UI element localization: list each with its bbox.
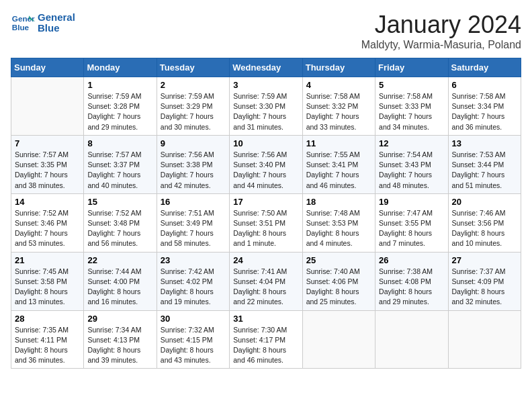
- calendar-cell: [375, 310, 448, 369]
- calendar-cell: 30Sunrise: 7:32 AM Sunset: 4:15 PM Dayli…: [157, 310, 229, 369]
- calendar-cell: 7Sunrise: 7:57 AM Sunset: 3:35 PM Daylig…: [11, 135, 84, 193]
- day-info: Sunrise: 7:52 AM Sunset: 3:48 PM Dayligh…: [87, 208, 152, 249]
- day-number: 30: [161, 314, 226, 324]
- calendar-week-4: 21Sunrise: 7:45 AM Sunset: 3:58 PM Dayli…: [11, 252, 521, 310]
- day-info: Sunrise: 7:59 AM Sunset: 3:30 PM Dayligh…: [233, 91, 298, 132]
- day-info: Sunrise: 7:32 AM Sunset: 4:15 PM Dayligh…: [161, 325, 226, 366]
- day-number: 13: [452, 138, 517, 148]
- calendar-cell: 9Sunrise: 7:56 AM Sunset: 3:38 PM Daylig…: [157, 135, 229, 193]
- calendar-cell: 16Sunrise: 7:51 AM Sunset: 3:49 PM Dayli…: [157, 193, 229, 252]
- day-info: Sunrise: 7:35 AM Sunset: 4:11 PM Dayligh…: [15, 325, 80, 366]
- weekday-header-sunday: Sunday: [11, 58, 84, 77]
- calendar-cell: 1Sunrise: 7:59 AM Sunset: 3:28 PM Daylig…: [84, 77, 157, 136]
- day-info: Sunrise: 7:58 AM Sunset: 3:33 PM Dayligh…: [379, 91, 444, 132]
- calendar-week-1: 1Sunrise: 7:59 AM Sunset: 3:28 PM Daylig…: [11, 77, 521, 136]
- day-info: Sunrise: 7:58 AM Sunset: 3:32 PM Dayligh…: [306, 91, 371, 132]
- calendar-week-3: 14Sunrise: 7:52 AM Sunset: 3:46 PM Dayli…: [11, 193, 521, 252]
- day-info: Sunrise: 7:46 AM Sunset: 3:56 PM Dayligh…: [452, 208, 517, 249]
- calendar-cell: [302, 310, 375, 369]
- calendar-cell: 10Sunrise: 7:56 AM Sunset: 3:40 PM Dayli…: [230, 135, 302, 193]
- day-number: 2: [161, 80, 226, 90]
- page-header: General Blue General Blue January 2024 M…: [11, 11, 521, 51]
- day-info: Sunrise: 7:54 AM Sunset: 3:43 PM Dayligh…: [379, 150, 444, 191]
- calendar-cell: 28Sunrise: 7:35 AM Sunset: 4:11 PM Dayli…: [11, 310, 84, 369]
- calendar-cell: 25Sunrise: 7:40 AM Sunset: 4:06 PM Dayli…: [302, 252, 375, 310]
- calendar-cell: 17Sunrise: 7:50 AM Sunset: 3:51 PM Dayli…: [230, 193, 302, 252]
- day-info: Sunrise: 7:57 AM Sunset: 3:37 PM Dayligh…: [87, 150, 152, 191]
- calendar-cell: 14Sunrise: 7:52 AM Sunset: 3:46 PM Dayli…: [11, 193, 84, 252]
- calendar-cell: 31Sunrise: 7:30 AM Sunset: 4:17 PM Dayli…: [230, 310, 302, 369]
- location-subtitle: Maldyty, Warmia-Masuria, Poland: [361, 39, 521, 51]
- calendar-cell: 26Sunrise: 7:38 AM Sunset: 4:08 PM Dayli…: [375, 252, 448, 310]
- day-info: Sunrise: 7:58 AM Sunset: 3:34 PM Dayligh…: [452, 91, 517, 132]
- day-number: 22: [87, 255, 152, 265]
- weekday-header-saturday: Saturday: [448, 58, 521, 77]
- logo-icon: General Blue: [11, 11, 35, 35]
- calendar-cell: 29Sunrise: 7:34 AM Sunset: 4:13 PM Dayli…: [84, 310, 157, 369]
- day-number: 28: [15, 314, 80, 324]
- svg-text:Blue: Blue: [12, 23, 30, 32]
- day-number: 15: [87, 197, 152, 207]
- day-number: 18: [306, 197, 371, 207]
- calendar-week-5: 28Sunrise: 7:35 AM Sunset: 4:11 PM Dayli…: [11, 310, 521, 369]
- day-info: Sunrise: 7:48 AM Sunset: 3:53 PM Dayligh…: [306, 208, 371, 249]
- calendar-cell: 23Sunrise: 7:42 AM Sunset: 4:02 PM Dayli…: [157, 252, 229, 310]
- calendar-cell: 2Sunrise: 7:59 AM Sunset: 3:29 PM Daylig…: [157, 77, 229, 136]
- day-info: Sunrise: 7:41 AM Sunset: 4:04 PM Dayligh…: [233, 267, 298, 308]
- calendar-cell: 4Sunrise: 7:58 AM Sunset: 3:32 PM Daylig…: [302, 77, 375, 136]
- day-number: 10: [233, 138, 298, 148]
- day-number: 6: [452, 80, 517, 90]
- day-info: Sunrise: 7:55 AM Sunset: 3:41 PM Dayligh…: [306, 150, 371, 191]
- month-title: January 2024: [361, 11, 521, 39]
- weekday-header-friday: Friday: [375, 58, 448, 77]
- calendar-cell: 21Sunrise: 7:45 AM Sunset: 3:58 PM Dayli…: [11, 252, 84, 310]
- calendar-cell: 11Sunrise: 7:55 AM Sunset: 3:41 PM Dayli…: [302, 135, 375, 193]
- day-number: 29: [87, 314, 152, 324]
- day-info: Sunrise: 7:56 AM Sunset: 3:38 PM Dayligh…: [161, 150, 226, 191]
- day-number: 24: [233, 255, 298, 265]
- day-number: 9: [161, 138, 226, 148]
- day-number: 14: [15, 197, 80, 207]
- day-info: Sunrise: 7:37 AM Sunset: 4:09 PM Dayligh…: [452, 267, 517, 308]
- day-number: 31: [233, 314, 298, 324]
- day-info: Sunrise: 7:50 AM Sunset: 3:51 PM Dayligh…: [233, 208, 298, 249]
- calendar-cell: [11, 77, 84, 136]
- weekday-header-row: SundayMondayTuesdayWednesdayThursdayFrid…: [11, 58, 521, 77]
- day-number: 4: [306, 80, 371, 90]
- day-number: 12: [379, 138, 444, 148]
- calendar-cell: 15Sunrise: 7:52 AM Sunset: 3:48 PM Dayli…: [84, 193, 157, 252]
- day-info: Sunrise: 7:59 AM Sunset: 3:28 PM Dayligh…: [87, 91, 152, 132]
- calendar-cell: 27Sunrise: 7:37 AM Sunset: 4:09 PM Dayli…: [448, 252, 521, 310]
- calendar-cell: 20Sunrise: 7:46 AM Sunset: 3:56 PM Dayli…: [448, 193, 521, 252]
- calendar-cell: 13Sunrise: 7:53 AM Sunset: 3:44 PM Dayli…: [448, 135, 521, 193]
- logo: General Blue General Blue: [11, 11, 75, 35]
- day-number: 1: [87, 80, 152, 90]
- day-info: Sunrise: 7:53 AM Sunset: 3:44 PM Dayligh…: [452, 150, 517, 191]
- weekday-header-wednesday: Wednesday: [230, 58, 302, 77]
- day-info: Sunrise: 7:34 AM Sunset: 4:13 PM Dayligh…: [87, 325, 152, 366]
- day-info: Sunrise: 7:44 AM Sunset: 4:00 PM Dayligh…: [87, 267, 152, 308]
- calendar-cell: 18Sunrise: 7:48 AM Sunset: 3:53 PM Dayli…: [302, 193, 375, 252]
- calendar-cell: 6Sunrise: 7:58 AM Sunset: 3:34 PM Daylig…: [448, 77, 521, 136]
- day-number: 23: [161, 255, 226, 265]
- day-info: Sunrise: 7:51 AM Sunset: 3:49 PM Dayligh…: [161, 208, 226, 249]
- logo-general: General: [38, 12, 75, 24]
- day-number: 11: [306, 138, 371, 148]
- calendar-cell: 22Sunrise: 7:44 AM Sunset: 4:00 PM Dayli…: [84, 252, 157, 310]
- title-block: January 2024 Maldyty, Warmia-Masuria, Po…: [361, 11, 521, 51]
- day-number: 7: [15, 138, 80, 148]
- calendar-cell: 19Sunrise: 7:47 AM Sunset: 3:55 PM Dayli…: [375, 193, 448, 252]
- day-info: Sunrise: 7:59 AM Sunset: 3:29 PM Dayligh…: [161, 91, 226, 132]
- day-info: Sunrise: 7:42 AM Sunset: 4:02 PM Dayligh…: [161, 267, 226, 308]
- weekday-header-thursday: Thursday: [302, 58, 375, 77]
- day-number: 19: [379, 197, 444, 207]
- calendar-cell: 8Sunrise: 7:57 AM Sunset: 3:37 PM Daylig…: [84, 135, 157, 193]
- day-number: 8: [87, 138, 152, 148]
- day-number: 21: [15, 255, 80, 265]
- day-number: 25: [306, 255, 371, 265]
- day-info: Sunrise: 7:30 AM Sunset: 4:17 PM Dayligh…: [233, 325, 298, 366]
- day-info: Sunrise: 7:56 AM Sunset: 3:40 PM Dayligh…: [233, 150, 298, 191]
- calendar-cell: [448, 310, 521, 369]
- calendar-table: SundayMondayTuesdayWednesdayThursdayFrid…: [11, 58, 521, 369]
- calendar-cell: 5Sunrise: 7:58 AM Sunset: 3:33 PM Daylig…: [375, 77, 448, 136]
